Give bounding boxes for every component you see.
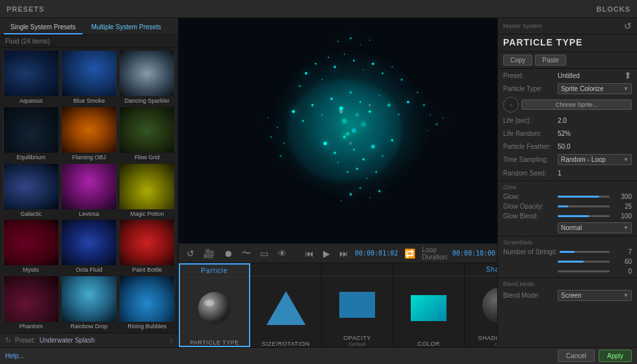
svg-point-51 (267, 117, 268, 118)
upload-icon[interactable]: ↑ (170, 337, 174, 344)
list-item[interactable]: Octa Fluid (60, 220, 117, 275)
refresh-icon[interactable]: ↻ (5, 336, 11, 344)
loop-icon[interactable]: 🔁 (402, 247, 418, 260)
svg-point-45 (369, 197, 370, 198)
preset-current-name: Underwater Splash (40, 337, 95, 344)
list-item[interactable]: Flow Grid (119, 107, 176, 162)
svg-point-13 (391, 66, 393, 68)
svg-point-30 (323, 142, 327, 146)
num-strings-slider[interactable] (560, 251, 610, 253)
camera-button[interactable]: 🎥 (201, 247, 217, 260)
svg-point-3 (315, 63, 317, 65)
list-item[interactable]: Leviosa (60, 164, 117, 219)
list-item[interactable]: Phantom (3, 276, 59, 332)
particle-type-dropdown[interactable]: Sprite Colorize ▼ (558, 83, 632, 94)
blend-mode-dropdown[interactable]: Screen ▼ (558, 290, 632, 301)
svg-point-36 (382, 155, 384, 157)
triangle-icon (266, 291, 306, 325)
reset-panel-button[interactable]: ↺ (624, 21, 632, 31)
strings-size-value: 60 (612, 258, 632, 265)
num-strings-value: 7 (612, 248, 632, 255)
preset-name-blue-smoke: Blue Smoke (60, 96, 117, 106)
skip-back-button[interactable]: ⏮ (302, 247, 317, 260)
list-item[interactable]: Galactic (3, 164, 59, 219)
eye-button[interactable]: 👁 (275, 247, 289, 260)
random-seed-value[interactable]: 1 (558, 170, 632, 177)
time-sampling-dropdown[interactable]: Random - Loop ▼ (558, 154, 632, 165)
choose-sprite-button[interactable]: Choose Sprite... (521, 99, 632, 110)
glow-slider-fill (558, 196, 599, 198)
list-item[interactable]: Magic Potion (119, 164, 176, 219)
time-sampling-arrow: ▼ (623, 157, 629, 162)
life-random-label: Life Random: (503, 130, 555, 137)
tab-particle-type[interactable]: Particle PARTICLE T (179, 263, 250, 347)
preset-name-flaming: Flaming OBJ (60, 153, 117, 162)
particle-type-row: Particle Type: Sprite Colorize ▼ (498, 82, 637, 96)
preset-grid: Aqueous Blue Smoke Dancing Sparkler Equi… (0, 48, 178, 333)
skip-forward-button[interactable]: ⏭ (337, 247, 351, 260)
paste-button[interactable]: Paste (535, 55, 566, 66)
num-strings-row: Number of Strings: 7 (498, 247, 637, 257)
list-item[interactable]: Paint Bottle (119, 220, 176, 275)
tab-size-rotation[interactable]: SIZE/ROTATION (250, 263, 322, 347)
svg-point-12 (382, 72, 384, 74)
glow-slider[interactable] (558, 196, 610, 198)
sprite-thumbnail: ○ (503, 97, 519, 112)
frame-button[interactable]: ▭ (257, 247, 271, 260)
opacity-icon-area (322, 276, 393, 333)
list-item[interactable]: Dancing Sparkler (119, 51, 176, 106)
preset-name-leviosa: Leviosa (60, 209, 117, 219)
blend-mode-value: Screen (561, 292, 582, 299)
svg-point-23 (369, 110, 371, 113)
preset-name-galactic: Galactic (3, 209, 59, 219)
save-preset-icon[interactable]: ⬆ (624, 70, 632, 81)
svg-point-15 (292, 110, 295, 113)
tab-shadowlets[interactable]: Shading SHADOWLETS OFF (465, 263, 497, 347)
tab-multiple-system[interactable]: Multiple System Presets (85, 21, 168, 34)
list-item[interactable]: Equilibrium (3, 107, 59, 162)
preset-thumbnail-dancing (120, 51, 174, 96)
list-item[interactable]: Blue Smoke (60, 51, 117, 106)
life-random-value[interactable]: 52% (558, 130, 632, 137)
preset-thumbnail-paint (120, 220, 174, 265)
tab-opacity[interactable]: OPACITY Default (322, 263, 393, 347)
tab-color[interactable]: COLOR (393, 263, 465, 347)
preset-name-flow: Flow Grid (119, 153, 176, 162)
particle-feather-value[interactable]: 50.0 (558, 143, 632, 150)
shadowlets-icon-area (465, 276, 497, 333)
glow-mode-row: Normal ▼ (498, 221, 637, 235)
list-item[interactable]: Rainbow Drop (60, 276, 117, 332)
sprite-row: ○ Choose Sprite... (498, 96, 637, 114)
motion-button[interactable]: 〜 (239, 246, 254, 261)
svg-point-44 (359, 187, 361, 189)
system-label: Master System (503, 23, 542, 29)
shading-section-label: Shading (465, 263, 497, 276)
list-item[interactable]: Flaming OBJ (60, 107, 117, 162)
preset-thumbnail-aqueous (4, 51, 58, 96)
copy-button[interactable]: Copy (503, 55, 532, 66)
glow-mode-dropdown[interactable]: Normal ▼ (558, 222, 632, 233)
glow-opacity-slider[interactable] (558, 205, 610, 207)
svg-point-33 (353, 149, 355, 151)
svg-point-47 (341, 200, 342, 202)
help-link[interactable]: Help... (5, 352, 24, 359)
tab-single-system[interactable]: Single System Presets (4, 21, 83, 34)
panel-title: PARTICLE TYPE (498, 34, 637, 52)
particle-visualization (179, 18, 497, 243)
svg-point-42 (375, 171, 377, 173)
strings-opacity-slider[interactable] (558, 270, 610, 272)
list-item[interactable]: Rising Bubbles (119, 276, 176, 332)
glow-blend-slider[interactable] (558, 215, 610, 217)
life-value[interactable]: 2.0 (558, 117, 632, 124)
cancel-button[interactable]: Cancel (558, 350, 595, 362)
apply-button[interactable]: Apply (599, 350, 632, 362)
glow-opacity-value: 25 (612, 203, 632, 210)
top-bar: PRESETS BLOCKS (0, 0, 637, 18)
list-item[interactable]: Aqueous (3, 51, 59, 106)
list-item[interactable]: Mystic (3, 220, 59, 275)
record-button[interactable]: ⏺ (221, 247, 235, 260)
color-square-icon (411, 295, 447, 321)
play-button[interactable]: ▶ (320, 247, 333, 260)
reset-button[interactable]: ↺ (184, 247, 197, 260)
strings-size-slider[interactable] (558, 261, 610, 263)
